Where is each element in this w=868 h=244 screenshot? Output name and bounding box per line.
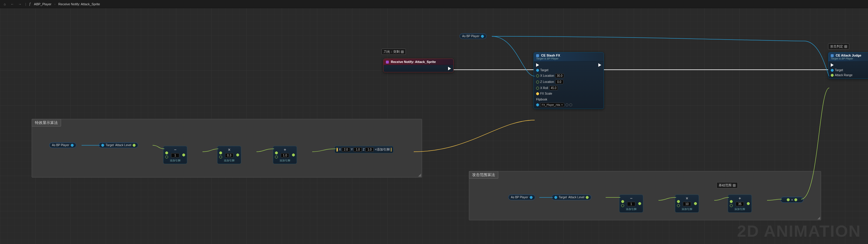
node-ce-slash-fx[interactable]: CE Slash FX Target is BP Player Target X… xyxy=(533,52,604,109)
pin-in-b[interactable] xyxy=(219,155,222,159)
resize-handle-icon[interactable] xyxy=(418,174,421,177)
pin-out[interactable] xyxy=(794,198,797,201)
pin-in-a[interactable] xyxy=(730,200,733,203)
pin-in-b[interactable] xyxy=(275,155,278,159)
node-add-range[interactable]: +35添加引脚 xyxy=(728,195,752,213)
pin-exec-out[interactable] xyxy=(448,67,451,70)
pin-attack-range[interactable] xyxy=(831,74,834,77)
pin-in-a[interactable] xyxy=(677,200,680,203)
node-vector-multiply[interactable]: X2.0 Y1.0 Z1.0 ×添加引脚 xyxy=(335,146,394,153)
pin-out-float[interactable] xyxy=(133,144,135,147)
pin-zloc[interactable] xyxy=(536,80,539,83)
pin-exec-out[interactable] xyxy=(598,63,601,67)
chevron-down-icon: ▾ xyxy=(561,103,563,106)
pin-in-a[interactable] xyxy=(165,151,168,154)
tooltip-range: 基础范围 xyxy=(717,182,738,188)
pin-out[interactable] xyxy=(292,153,295,156)
pin-in-a[interactable] xyxy=(621,200,624,203)
pin-out[interactable] xyxy=(236,153,239,156)
node-subtract-range[interactable]: −1添加引脚 xyxy=(619,195,643,213)
input-b[interactable]: 1 xyxy=(627,202,635,206)
pin-out-obj[interactable] xyxy=(530,196,533,199)
add-pin-button[interactable]: 添加引脚 xyxy=(626,207,637,211)
input-b[interactable]: 1.0 xyxy=(281,153,289,158)
watermark: 2D ANIMATION xyxy=(737,221,861,241)
multiply-icon: × xyxy=(228,147,230,152)
comment-title-range[interactable]: 攻击范围算法 xyxy=(469,171,498,179)
pin-in-b[interactable] xyxy=(677,204,680,207)
pin-out[interactable] xyxy=(747,202,750,205)
back-icon[interactable]: ← xyxy=(10,2,15,6)
input-xloc[interactable]: 30.0 xyxy=(555,73,564,78)
input-z[interactable]: 1.0 xyxy=(365,147,374,152)
add-pin-button[interactable]: 添加引脚 xyxy=(170,159,181,163)
node-receive-notify[interactable]: Receive Notify: Attack_Sprite xyxy=(383,59,454,72)
pin-in-obj[interactable] xyxy=(554,196,557,199)
crumb-receive-notify[interactable]: Receive Notify: Attack_Sprite xyxy=(58,2,100,6)
minus-icon: − xyxy=(630,196,632,201)
pin-fxscale[interactable] xyxy=(536,92,539,95)
input-b[interactable]: 35 xyxy=(736,202,744,206)
node-ce-attack-judge[interactable]: CE Attack Judge Target is BP Player Targ… xyxy=(828,52,868,79)
node-subtitle: Target is BP Player xyxy=(831,57,868,60)
crumb-abp-player[interactable]: ABP_Player xyxy=(34,2,51,6)
input-x[interactable]: 2.0 xyxy=(342,147,350,152)
input-y[interactable]: 1.0 xyxy=(353,147,362,152)
add-pin-button[interactable]: 添加引脚 xyxy=(735,207,745,211)
var-as-bp-player-range[interactable]: As BP Player xyxy=(508,195,535,200)
pin-in[interactable] xyxy=(787,198,789,201)
add-pin-button[interactable]: 添加引脚 xyxy=(224,159,235,163)
input-b[interactable]: 10 xyxy=(683,202,691,206)
pin-out[interactable] xyxy=(182,153,185,156)
home-icon[interactable]: ⌂ xyxy=(2,2,7,6)
pin-in-b[interactable] xyxy=(621,204,624,207)
pin-exec-in[interactable] xyxy=(831,63,834,67)
input-xroll[interactable]: 45.0 xyxy=(549,86,558,90)
pin-target[interactable] xyxy=(536,69,539,72)
node-reroute-range[interactable]: + xyxy=(780,197,803,203)
add-pin-button[interactable]: 添加引脚 xyxy=(377,148,390,151)
node-multiply-fx[interactable]: ×0.3添加引脚 xyxy=(217,146,241,164)
pin-in-b[interactable] xyxy=(165,155,168,159)
pin-in-obj[interactable] xyxy=(101,144,104,147)
var-target-fx[interactable]: TargetAttack Level xyxy=(99,142,138,148)
pin-in-b[interactable] xyxy=(730,204,733,207)
var-as-bp-player-fx[interactable]: As BP Player xyxy=(49,142,76,148)
breadcrumb-toolbar: ⌂ ← → | ƒ ABP_Player › Receive Notify: A… xyxy=(0,0,868,8)
pin-flipbook[interactable] xyxy=(536,103,539,106)
forward-icon[interactable]: → xyxy=(18,2,22,6)
use-selected-icon[interactable] xyxy=(569,103,572,106)
pin-out-vec[interactable] xyxy=(391,148,392,152)
function-icon: ƒ xyxy=(29,2,31,6)
pin-out[interactable] xyxy=(638,202,641,205)
plus-icon: + xyxy=(739,196,741,201)
node-add-fx[interactable]: +1.0添加引脚 xyxy=(273,146,297,164)
plus-icon: + xyxy=(284,147,286,152)
add-pin-button[interactable]: 添加引脚 xyxy=(682,207,692,211)
pin-in-scale[interactable] xyxy=(337,148,338,152)
pin-in-a[interactable] xyxy=(219,151,222,154)
pin-out-obj[interactable] xyxy=(481,35,484,38)
pin-out-obj[interactable] xyxy=(71,144,74,147)
node-subtract-fx[interactable]: −1添加引脚 xyxy=(163,146,187,164)
input-b[interactable]: 0.3 xyxy=(225,153,233,158)
comment-title-fx[interactable]: 特效显示算法 xyxy=(32,119,61,127)
resize-handle-icon[interactable] xyxy=(817,216,820,219)
dropdown-flipbook[interactable]: FX_Player_Atta▾ xyxy=(540,103,564,107)
var-target-range[interactable]: TargetAttack Level xyxy=(552,195,591,200)
pin-exec-in[interactable] xyxy=(536,63,539,67)
input-zloc[interactable]: 0.0 xyxy=(555,80,563,84)
var-as-bp-player-top[interactable]: As BP Player xyxy=(460,33,487,39)
browse-icon[interactable] xyxy=(565,103,568,106)
plus-icon: + xyxy=(791,198,793,202)
pin-target[interactable] xyxy=(831,69,834,72)
node-multiply-range[interactable]: ×10添加引脚 xyxy=(675,195,699,213)
pin-out-float[interactable] xyxy=(586,196,589,199)
pin-xloc[interactable] xyxy=(536,74,539,77)
pin-xroll[interactable] xyxy=(536,87,539,90)
input-b[interactable]: 1 xyxy=(171,153,179,158)
pin-in-a[interactable] xyxy=(275,151,278,154)
minus-icon: − xyxy=(174,147,176,152)
pin-out[interactable] xyxy=(694,202,697,205)
add-pin-button[interactable]: 添加引脚 xyxy=(280,159,290,163)
